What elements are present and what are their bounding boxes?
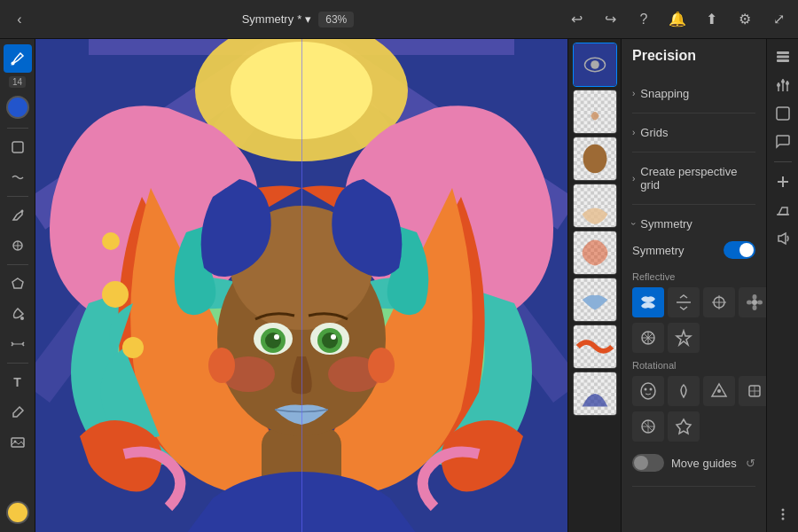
thumbnail-strip <box>567 39 621 532</box>
grids-chevron: › <box>632 128 635 137</box>
expand-button[interactable]: ⤢ <box>766 7 791 32</box>
sym-radial-btn[interactable] <box>632 323 664 353</box>
symmetry-toggle-row: Symmetry <box>632 236 755 264</box>
share-button[interactable]: ⬆ <box>699 7 724 32</box>
sym-butterfly-btn[interactable] <box>632 287 664 317</box>
layer-thumb-3[interactable] <box>573 137 617 181</box>
erase-panel-icon[interactable] <box>771 198 795 223</box>
add-panel-icon[interactable] <box>771 169 795 194</box>
layers-panel-icon[interactable] <box>771 44 795 69</box>
svg-point-35 <box>102 281 129 308</box>
separator-1 <box>7 128 28 129</box>
sym-rot-3-btn[interactable] <box>703 376 735 406</box>
notification-button[interactable]: 🔔 <box>665 7 690 32</box>
symmetry-toggle[interactable] <box>724 241 755 259</box>
layer-thumb-2[interactable] <box>573 90 617 134</box>
svg-point-36 <box>122 337 144 358</box>
document-title: Symmetry <box>242 12 294 26</box>
secondary-color-swatch[interactable] <box>4 498 32 527</box>
layer-thumb-5[interactable] <box>573 231 617 275</box>
svg-point-103 <box>781 80 785 83</box>
document-title-group: Symmetry * ▾ <box>242 12 312 26</box>
sym-rot-face-btn[interactable] <box>632 376 664 406</box>
svg-rect-99 <box>777 59 789 62</box>
sym-flower-btn[interactable] <box>739 287 766 317</box>
fill-tool[interactable] <box>4 300 32 328</box>
eyedropper-tool[interactable] <box>4 398 32 426</box>
svg-marker-84 <box>677 331 691 345</box>
layer-thumb-1[interactable] <box>573 43 617 87</box>
brush-tool[interactable] <box>4 44 32 73</box>
svg-point-19 <box>231 42 372 139</box>
zoom-level[interactable]: 63% <box>318 12 354 27</box>
sym-horizontal-btn[interactable] <box>668 287 700 317</box>
main-area: 14 T <box>0 39 798 532</box>
clone-tool[interactable] <box>4 231 32 260</box>
sym-rot-empty-2 <box>739 411 766 442</box>
svg-rect-106 <box>777 107 789 120</box>
rotational-grid-2 <box>632 411 755 442</box>
svg-point-30 <box>331 334 336 340</box>
sym-rot-6-btn[interactable] <box>668 411 700 442</box>
back-button[interactable]: ‹ <box>7 7 32 32</box>
svg-point-85 <box>641 383 655 399</box>
more-options-icon[interactable] <box>771 502 795 527</box>
grids-label: Grids <box>640 126 668 139</box>
perspective-section: › Create perspective grid <box>632 153 755 205</box>
settings-button[interactable]: ⚙ <box>732 7 757 32</box>
sym-rot-4-btn[interactable] <box>739 376 766 406</box>
sym-rot-empty-1 <box>703 411 735 442</box>
svg-rect-97 <box>777 51 789 54</box>
image-tool[interactable] <box>4 428 32 457</box>
redo-button[interactable]: ↪ <box>598 7 622 32</box>
sym-rot-2-btn[interactable] <box>668 376 700 406</box>
panel-icon-bar <box>766 39 798 532</box>
artwork <box>35 39 567 532</box>
svg-point-75 <box>753 294 757 300</box>
smudge-tool[interactable] <box>4 163 32 192</box>
snapping-section: › Snapping <box>632 74 755 113</box>
sym-rot-5-btn[interactable] <box>632 411 664 442</box>
eraser-tool[interactable] <box>4 133 32 161</box>
svg-point-0 <box>11 62 14 66</box>
symmetry-section: › Symmetry Symmetry Reflective <box>632 205 755 487</box>
move-guides-toggle[interactable] <box>632 454 664 472</box>
svg-point-33 <box>208 348 235 383</box>
sym-star-btn[interactable] <box>668 323 700 353</box>
layer-thumb-4[interactable] <box>573 184 617 228</box>
layer-thumb-7[interactable] <box>573 325 617 369</box>
help-button[interactable]: ? <box>631 7 656 32</box>
topbar-left: ‹ <box>7 7 32 32</box>
move-guides-reset[interactable]: ↺ <box>746 457 755 470</box>
lasso-tool[interactable] <box>4 270 32 298</box>
layer-thumb-6[interactable] <box>573 278 617 322</box>
pen-tool[interactable] <box>4 201 32 230</box>
move-guides-label: Move guides <box>671 457 737 470</box>
brush-size[interactable]: 14 <box>9 76 26 88</box>
modified-indicator: * <box>297 12 301 26</box>
adjustments-panel-icon[interactable] <box>771 73 795 98</box>
snapping-row[interactable]: › Snapping <box>632 82 755 106</box>
sym-4way-btn[interactable] <box>703 287 735 317</box>
layer-thumb-8[interactable] <box>573 372 617 416</box>
audio-panel-icon[interactable] <box>771 226 795 251</box>
color-swatch[interactable] <box>4 93 32 121</box>
dropdown-icon[interactable]: ▾ <box>305 12 311 26</box>
rotational-grid <box>632 376 755 406</box>
properties-panel-icon[interactable] <box>771 101 795 126</box>
top-bar: ‹ Symmetry * ▾ 63% ↩ ↪ ? 🔔 ⬆ ⚙ ⤢ <box>0 0 798 39</box>
text-tool[interactable]: T <box>4 368 32 396</box>
grids-section: › Grids <box>632 113 755 153</box>
undo-button[interactable]: ↩ <box>564 7 589 32</box>
grids-row[interactable]: › Grids <box>632 121 755 145</box>
perspective-row[interactable]: › Create perspective grid <box>632 160 755 197</box>
separator-4 <box>7 363 28 364</box>
comments-panel-icon[interactable] <box>771 129 795 154</box>
svg-point-74 <box>752 300 757 305</box>
transform-tool[interactable] <box>4 330 32 358</box>
svg-point-104 <box>777 83 780 87</box>
symmetry-chevron: › <box>629 223 638 225</box>
svg-point-77 <box>747 301 752 305</box>
symmetry-header-row[interactable]: › Symmetry <box>632 212 755 236</box>
snapping-label: Snapping <box>640 87 689 100</box>
